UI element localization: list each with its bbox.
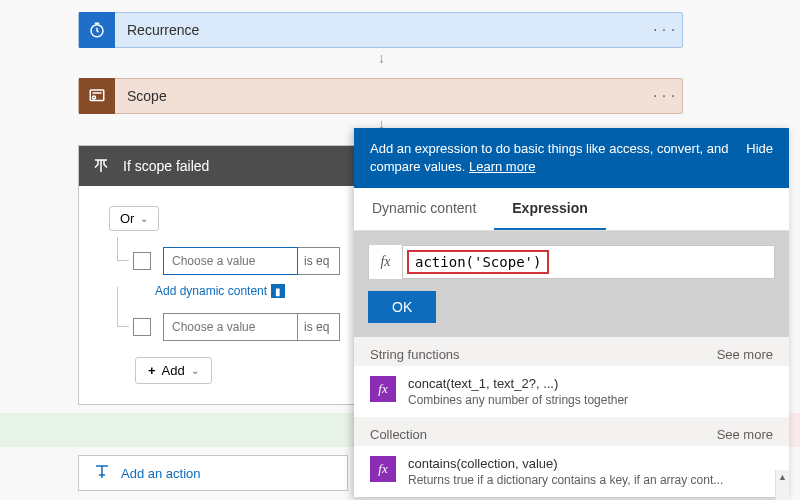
- step-recurrence[interactable]: Recurrence · · ·: [78, 12, 683, 48]
- expression-input-row: fx action('Scope'): [368, 245, 775, 279]
- fx-icon: fx: [370, 456, 396, 482]
- add-condition-button[interactable]: + Add ⌄: [135, 357, 212, 384]
- fx-icon: fx: [370, 376, 396, 402]
- function-item[interactable]: fxcontains(collection, value)Returns tru…: [354, 446, 789, 497]
- chevron-down-icon: ⌄: [140, 213, 148, 224]
- scope-icon: [79, 78, 115, 114]
- svg-point-2: [93, 96, 96, 99]
- tree-connector: [117, 237, 129, 261]
- plus-icon: +: [148, 363, 156, 378]
- function-section-header: CollectionSee more: [354, 417, 789, 446]
- expression-input[interactable]: action('Scope'): [403, 248, 774, 276]
- condition-icon: [87, 152, 115, 180]
- ok-button[interactable]: OK: [368, 291, 436, 323]
- see-more-link[interactable]: See more: [717, 347, 773, 362]
- more-menu-button[interactable]: · · ·: [646, 21, 682, 39]
- operator-dropdown[interactable]: is eq: [298, 313, 340, 341]
- function-description: Returns true if a dictionary contains a …: [408, 473, 723, 487]
- row-checkbox[interactable]: [133, 252, 151, 270]
- section-title: Collection: [370, 427, 427, 442]
- operator-dropdown[interactable]: is eq: [298, 247, 340, 275]
- hide-panel-button[interactable]: Hide: [746, 140, 773, 158]
- step-title: Recurrence: [115, 22, 646, 38]
- function-signature: concat(text_1, text_2?, ...): [408, 376, 628, 391]
- panel-intro-text: Add an expression to do basic things lik…: [370, 141, 728, 174]
- section-title: String functions: [370, 347, 460, 362]
- more-menu-button[interactable]: · · ·: [646, 87, 682, 105]
- tab-expression[interactable]: Expression: [494, 188, 605, 230]
- tab-dynamic-content[interactable]: Dynamic content: [354, 188, 494, 230]
- scroll-up-icon[interactable]: ▲: [776, 470, 789, 484]
- add-dynamic-content-link[interactable]: Add dynamic content ▮: [155, 284, 285, 298]
- clock-icon: [79, 12, 115, 48]
- function-section-header: String functionsSee more: [354, 337, 789, 366]
- fx-icon: fx: [369, 245, 403, 279]
- expression-panel-header: Add an expression to do basic things lik…: [354, 128, 789, 188]
- arrow-down-icon: ↓: [378, 50, 385, 66]
- condition-value-input[interactable]: [163, 247, 298, 275]
- expression-value: action('Scope'): [407, 250, 549, 274]
- expression-panel: Add an expression to do basic things lik…: [354, 128, 789, 497]
- scrollbar[interactable]: ▲: [775, 470, 789, 500]
- panel-tabs: Dynamic content Expression: [354, 188, 789, 231]
- tree-connector: [117, 287, 129, 327]
- see-more-link[interactable]: See more: [717, 427, 773, 442]
- step-title: Scope: [115, 88, 646, 104]
- step-scope[interactable]: Scope · · ·: [78, 78, 683, 114]
- add-action-icon: [93, 463, 111, 484]
- chevron-down-icon: ⌄: [191, 365, 199, 376]
- function-item[interactable]: fxconcat(text_1, text_2?, ...)Combines a…: [354, 366, 789, 417]
- function-description: Combines any number of strings together: [408, 393, 628, 407]
- row-checkbox[interactable]: [133, 318, 151, 336]
- condition-value-input[interactable]: [163, 313, 298, 341]
- add-action-button[interactable]: Add an action: [78, 455, 348, 491]
- learn-more-link[interactable]: Learn more: [469, 159, 535, 174]
- logic-operator-dropdown[interactable]: Or ⌄: [109, 206, 159, 231]
- logic-operator-label: Or: [120, 211, 134, 226]
- function-signature: contains(collection, value): [408, 456, 723, 471]
- dynamic-content-badge-icon: ▮: [271, 284, 285, 298]
